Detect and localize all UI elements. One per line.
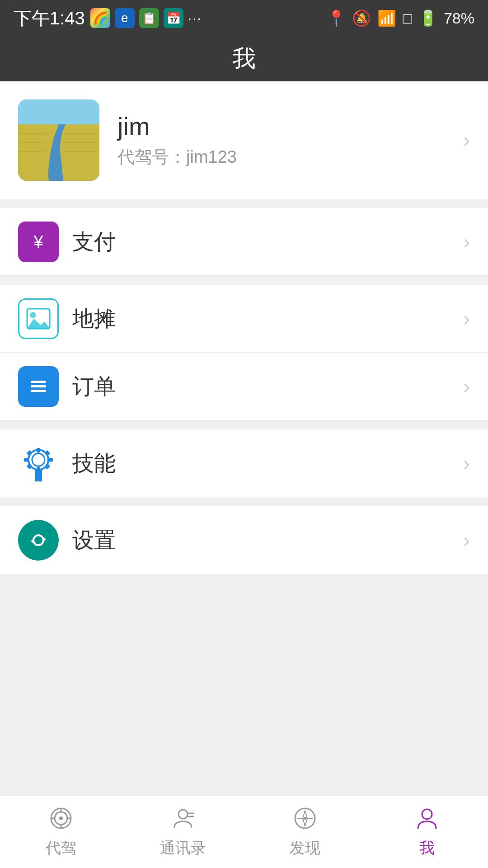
svg-point-17 — [32, 453, 45, 466]
nav-item-me[interactable]: 我 — [366, 796, 488, 868]
contacts-nav-icon — [171, 806, 195, 834]
svg-point-33 — [59, 816, 63, 820]
svg-point-10 — [30, 312, 36, 318]
me-nav-label: 我 — [419, 838, 435, 859]
battery-icon: 🔋 — [418, 9, 437, 27]
order-label: 订单 — [72, 372, 463, 401]
app-icon-1: 🌈 — [90, 8, 110, 28]
svg-point-38 — [178, 810, 188, 819]
profile-section[interactable]: jim 代驾号：jim123 › — [0, 81, 488, 199]
status-right: 📍 🔕 📶 □ 🔋 78% — [327, 9, 474, 27]
battery-percent: 78% — [444, 9, 474, 27]
menu-item-skill[interactable]: 技能 › — [0, 429, 488, 497]
status-left: 下午1:43 🌈 e 📋 📅 ··· — [14, 6, 202, 31]
nav-item-contacts[interactable]: 通讯录 — [122, 796, 244, 868]
bell-icon: 🔕 — [352, 9, 371, 27]
payment-icon: ¥ — [18, 222, 59, 262]
svg-rect-25 — [45, 464, 51, 470]
wifi-icon: 📶 — [377, 9, 396, 27]
status-bar: 下午1:43 🌈 e 📋 📅 ··· 📍 🔕 📶 □ 🔋 78% — [0, 0, 488, 36]
driver-nav-label: 代驾 — [46, 838, 76, 859]
app-icon-4: 📅 — [164, 8, 183, 28]
more-dots: ··· — [188, 10, 202, 26]
avatar-image — [18, 99, 99, 181]
driver-nav-icon — [49, 806, 73, 834]
nav-item-discover[interactable]: 发现 — [244, 796, 366, 868]
page-header: 我 — [0, 36, 488, 81]
profile-chevron: › — [463, 129, 470, 151]
payment-chevron: › — [463, 231, 470, 253]
user-driver-id: 代驾号：jim123 — [117, 146, 445, 169]
app-icon-3: 📋 — [139, 8, 159, 28]
content-spacer — [0, 574, 488, 796]
user-name: jim — [117, 112, 445, 141]
profile-info: jim 代驾号：jim123 — [117, 112, 445, 169]
section-divider-2 — [0, 276, 488, 285]
contacts-nav-label: 通讯录 — [160, 838, 206, 859]
settings-label: 设置 — [72, 526, 463, 555]
stall-chevron: › — [463, 307, 470, 330]
order-chevron: › — [463, 375, 470, 398]
menu-item-payment[interactable]: ¥ 支付 › — [0, 208, 488, 276]
menu-section: ¥ 支付 › 地摊 › — [0, 208, 488, 574]
menu-item-stall[interactable]: 地摊 › — [0, 285, 488, 353]
svg-rect-0 — [18, 99, 99, 127]
discover-nav-label: 发现 — [290, 838, 320, 859]
page-title: 我 — [232, 43, 256, 75]
svg-rect-13 — [31, 381, 46, 383]
skill-icon — [18, 443, 59, 484]
svg-rect-21 — [48, 458, 53, 462]
status-time: 下午1:43 — [14, 6, 85, 31]
discover-nav-icon — [293, 806, 317, 834]
status-app-icons: 🌈 e 📋 📅 ··· — [90, 8, 202, 28]
settings-chevron: › — [463, 529, 470, 552]
app-icon-2: e — [115, 8, 135, 28]
bottom-navigation: 代驾 通讯录 发现 — [0, 796, 488, 868]
nav-item-driver[interactable]: 代驾 — [0, 796, 122, 868]
user-avatar — [18, 99, 99, 181]
payment-label: 支付 — [72, 227, 463, 256]
svg-rect-15 — [31, 390, 46, 392]
stall-label: 地摊 — [72, 304, 463, 333]
main-content: jim 代驾号：jim123 › ¥ 支付 › — [0, 81, 488, 796]
svg-rect-22 — [27, 450, 33, 456]
skill-chevron: › — [463, 452, 470, 475]
section-divider-4 — [0, 497, 488, 506]
svg-marker-28 — [26, 527, 51, 554]
skill-label: 技能 — [72, 449, 463, 478]
section-divider-1 — [0, 199, 488, 208]
menu-item-settings[interactable]: 设置 › — [0, 506, 488, 574]
svg-rect-23 — [45, 450, 51, 456]
svg-rect-24 — [27, 464, 33, 470]
svg-rect-14 — [31, 385, 46, 387]
order-icon — [18, 366, 59, 407]
me-nav-icon — [415, 806, 439, 834]
settings-icon — [18, 520, 59, 561]
location-icon: 📍 — [327, 9, 346, 27]
svg-text:¥: ¥ — [33, 232, 43, 251]
svg-point-43 — [304, 817, 306, 820]
stall-icon — [18, 298, 59, 339]
svg-rect-18 — [37, 448, 40, 453]
section-divider-3 — [0, 420, 488, 429]
signal-icon: □ — [403, 9, 412, 27]
svg-rect-20 — [24, 458, 28, 462]
svg-point-44 — [422, 809, 432, 819]
menu-item-order[interactable]: 订单 › — [0, 353, 488, 420]
